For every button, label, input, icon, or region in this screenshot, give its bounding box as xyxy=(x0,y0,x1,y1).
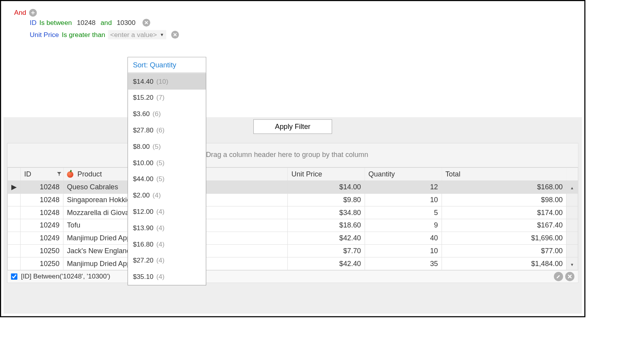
list-item[interactable]: $35.10(4) xyxy=(128,269,206,285)
list-item[interactable]: $44.00(5) xyxy=(128,171,206,187)
cell-total: $1,484.00 xyxy=(442,257,566,270)
data-grid: Drag a column header here to group by th… xyxy=(7,143,578,283)
edit-filter-button[interactable] xyxy=(554,272,563,281)
cell-id: 10248 xyxy=(20,180,63,194)
list-item[interactable]: $2.00(4) xyxy=(128,187,206,204)
cell-total: $98.00 xyxy=(442,194,566,206)
filter-operator-between[interactable]: Is between xyxy=(39,19,72,26)
cell-unitprice: $34.80 xyxy=(288,206,364,219)
list-item[interactable]: $8.00(5) xyxy=(128,138,206,155)
cell-unitprice: $14.00 xyxy=(288,180,364,194)
cell-total: $1,696.00 xyxy=(442,232,566,245)
scrollbar-cell[interactable]: ▲ xyxy=(566,180,578,194)
cell-id: 10248 xyxy=(20,194,63,206)
table-row[interactable]: ▶10248Queso Cabrales$14.0012$168.00▲ xyxy=(8,180,578,194)
table-row[interactable]: 10249Tofu$18.609$167.40 xyxy=(8,219,578,232)
remove-condition-button[interactable] xyxy=(171,31,179,39)
list-item-value: $27.20 xyxy=(133,257,154,264)
list-item-count: (5) xyxy=(152,143,161,150)
list-item-count: (7) xyxy=(156,94,165,102)
svg-rect-1 xyxy=(31,12,35,13)
list-item-value: $35.10 xyxy=(133,273,154,281)
dropdown-arrow-icon: ▼ xyxy=(160,32,164,37)
cell-id: 10249 xyxy=(20,219,63,232)
cell-unitprice: $18.60 xyxy=(288,219,364,232)
cell-quantity: 10 xyxy=(365,194,442,206)
list-item-count: (4) xyxy=(156,208,165,216)
scrollbar-header xyxy=(566,167,578,180)
list-item-count: (4) xyxy=(156,273,165,281)
column-header-unitprice[interactable]: Unit Price xyxy=(288,167,364,180)
cell-id: 10249 xyxy=(20,232,63,245)
list-item[interactable]: $14.40(10) xyxy=(128,73,206,90)
value-listbox[interactable]: $14.40(10)$15.20(7)$3.60(6)$27.80(6)$8.0… xyxy=(128,73,206,285)
remove-condition-button[interactable] xyxy=(143,19,150,26)
product-icon xyxy=(67,171,73,178)
list-item-count: (4) xyxy=(152,192,161,199)
cell-unitprice: $42.40 xyxy=(288,232,364,245)
list-item-count: (6) xyxy=(156,127,165,134)
filter-value-1[interactable]: 10248 xyxy=(77,19,96,26)
filter-placeholder: <enter a value> xyxy=(110,31,157,39)
filter-root-operator[interactable]: And xyxy=(14,9,26,17)
filter-field-id[interactable]: ID xyxy=(30,19,36,26)
cell-total: $77.00 xyxy=(442,245,566,257)
column-header-total[interactable]: Total xyxy=(442,167,566,180)
list-item-value: $10.00 xyxy=(133,159,154,167)
list-item-value: $14.40 xyxy=(133,78,154,85)
list-item[interactable]: $3.60(6) xyxy=(128,106,206,122)
row-indicator-header xyxy=(8,167,21,180)
cell-quantity: 40 xyxy=(365,232,442,245)
table-row[interactable]: 10248Mozzarella di Giovanni$34.805$174.0… xyxy=(8,206,578,219)
cell-total: $174.00 xyxy=(442,206,566,219)
cell-unitprice: $42.40 xyxy=(288,257,364,270)
column-header-quantity[interactable]: Quantity xyxy=(365,167,442,180)
filter-enabled-checkbox[interactable] xyxy=(11,273,17,280)
list-item[interactable]: $16.80(4) xyxy=(128,236,206,252)
cell-quantity: 10 xyxy=(365,245,442,257)
list-item-count: (5) xyxy=(156,175,165,183)
cell-id: 10248 xyxy=(20,206,63,219)
group-by-panel[interactable]: Drag a column header here to group by th… xyxy=(7,143,578,167)
list-item-count: (4) xyxy=(156,224,165,232)
clear-filter-button[interactable] xyxy=(565,272,575,281)
filter-funnel-icon[interactable] xyxy=(57,170,62,178)
apply-filter-button[interactable]: Apply Filter xyxy=(253,119,332,134)
table-row[interactable]: 10249Manjimup Dried Apples$42.4040$1,696… xyxy=(8,232,578,245)
list-item[interactable]: $13.90(4) xyxy=(128,220,206,236)
table-row[interactable]: 10248Singaporean Hokkien Fried Mee$9.801… xyxy=(8,194,578,206)
list-item[interactable]: $27.20(4) xyxy=(128,252,206,269)
row-indicator-cell xyxy=(8,232,21,245)
list-item-value: $13.90 xyxy=(133,224,154,232)
list-item[interactable]: $15.20(7) xyxy=(128,90,206,106)
filter-value-2[interactable]: 10300 xyxy=(117,19,135,26)
cell-id: 10250 xyxy=(20,257,63,270)
cell-quantity: 9 xyxy=(365,219,442,232)
grid-filter-bar: [ID] Between('10248', '10300') xyxy=(7,270,578,283)
add-condition-button[interactable] xyxy=(29,9,37,17)
list-item[interactable]: $12.00(4) xyxy=(128,204,206,220)
table-row[interactable]: 10250Manjimup Dried Apples$42.4035$1,484… xyxy=(8,257,578,270)
list-item-count: (4) xyxy=(156,257,165,264)
list-item[interactable]: $27.80(6) xyxy=(128,122,206,139)
cell-unitprice: $9.80 xyxy=(288,194,364,206)
filter-field-unitprice[interactable]: Unit Price xyxy=(30,31,59,39)
popup-sort-header[interactable]: Sort: Quantity xyxy=(128,57,206,73)
list-item-value: $3.60 xyxy=(133,110,150,118)
filter-expression-text[interactable]: [ID] Between('10248', '10300') xyxy=(21,273,552,280)
list-item[interactable]: $10.00(5) xyxy=(128,155,206,171)
cell-unitprice: $7.70 xyxy=(288,245,364,257)
table-row[interactable]: 10250Jack's New England Clam Chowder$7.7… xyxy=(8,245,578,257)
scrollbar-cell xyxy=(566,232,578,245)
column-header-id[interactable]: ID xyxy=(20,167,63,180)
scrollbar-cell[interactable]: ▼ xyxy=(566,257,578,270)
list-item-value: $44.00 xyxy=(133,175,154,183)
list-item-value: $2.00 xyxy=(133,192,150,199)
filter-value-dropdown[interactable]: <enter a value> ▼ xyxy=(108,30,166,39)
cell-id: 10250 xyxy=(20,245,63,257)
cell-total: $167.40 xyxy=(442,219,566,232)
filter-operator-greater[interactable]: Is greater than xyxy=(62,31,105,39)
column-header-id-label: ID xyxy=(24,170,31,178)
apply-filter-bar: Apply Filter xyxy=(4,117,582,136)
column-header-product-label: Product xyxy=(78,170,102,178)
